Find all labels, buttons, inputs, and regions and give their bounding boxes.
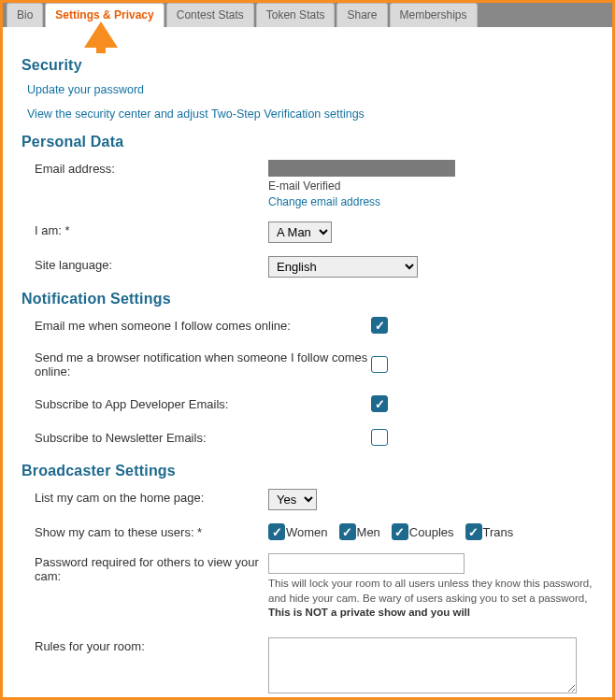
tab-contest-stats[interactable]: Contest Stats: [166, 3, 254, 27]
tab-bio[interactable]: Bio: [7, 3, 43, 27]
broadcaster-heading: Broadcaster Settings: [21, 463, 594, 479]
notification-heading: Notification Settings: [21, 291, 594, 307]
show-cam-label: Show my cam to these users: *: [35, 523, 268, 539]
notif-dev-emails-label: Subscribe to App Developer Emails:: [35, 397, 371, 411]
iam-label: I am: *: [35, 221, 268, 237]
language-label: Site language:: [35, 256, 268, 272]
tab-settings-privacy[interactable]: Settings & Privacy: [45, 3, 164, 27]
password-hint: This will lock your room to all users un…: [268, 577, 594, 621]
notif-newsletter-label: Subscribe to Newsletter Emails:: [35, 431, 371, 445]
tab-share[interactable]: Share: [336, 3, 387, 27]
show-men-label: Men: [357, 525, 380, 539]
show-women-checkbox[interactable]: [268, 523, 285, 540]
two-step-verification-link[interactable]: View the security center and adjust Two-…: [27, 107, 594, 121]
list-cam-label: List my cam on the home page:: [35, 489, 268, 505]
update-password-link[interactable]: Update your password: [27, 83, 594, 96]
security-heading: Security: [21, 57, 594, 74]
iam-select[interactable]: A Man: [268, 221, 332, 243]
notif-newsletter-checkbox[interactable]: [371, 429, 388, 446]
show-women-label: Women: [286, 525, 328, 539]
personal-data-heading: Personal Data: [21, 134, 594, 150]
rules-textarea[interactable]: [268, 637, 577, 693]
tab-memberships[interactable]: Memberships: [390, 3, 478, 27]
show-trans-label: Trans: [483, 525, 514, 539]
language-select[interactable]: English: [268, 256, 418, 278]
email-redacted: [268, 160, 455, 177]
notif-browser-follow-label: Send me a browser notification when some…: [35, 350, 371, 379]
room-password-input[interactable]: [268, 553, 465, 574]
notif-browser-follow-checkbox[interactable]: [371, 356, 388, 373]
list-cam-select[interactable]: Yes: [268, 489, 317, 510]
email-verified-text: E-mail Verified: [268, 179, 594, 193]
tab-token-stats[interactable]: Token Stats: [256, 3, 336, 27]
tab-bar: Bio Settings & Privacy Contest Stats Tok…: [3, 3, 612, 27]
password-label: Password required for others to view you…: [35, 553, 268, 583]
show-men-checkbox[interactable]: [339, 523, 356, 540]
show-trans-checkbox[interactable]: [465, 523, 482, 540]
rules-label: Rules for your room:: [35, 637, 268, 653]
notif-dev-emails-checkbox[interactable]: [371, 395, 388, 412]
show-couples-label: Couples: [409, 525, 454, 539]
change-email-link[interactable]: Change email address: [268, 195, 380, 208]
notif-email-follow-label: Email me when someone I follow comes onl…: [35, 319, 371, 333]
notif-email-follow-checkbox[interactable]: [371, 317, 388, 334]
show-couples-checkbox[interactable]: [392, 523, 408, 540]
email-label: Email address:: [35, 160, 268, 176]
